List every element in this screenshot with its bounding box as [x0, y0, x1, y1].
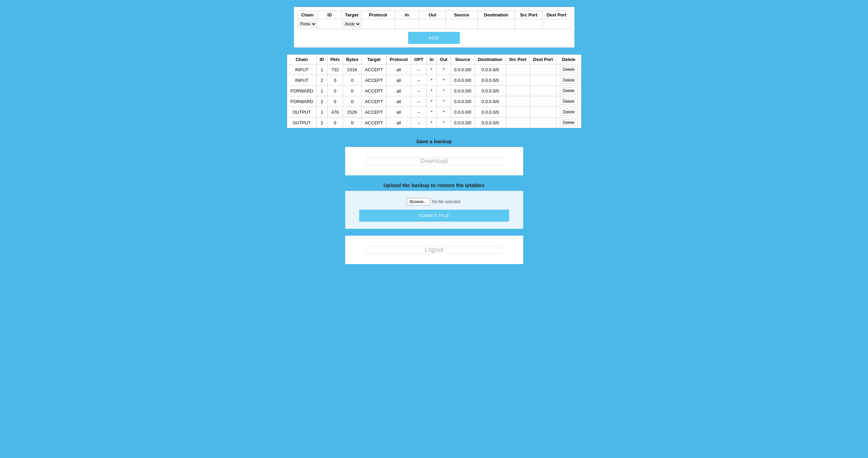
table-cell: * — [427, 96, 437, 107]
id-input-cell[interactable] — [317, 19, 342, 29]
th-pkts: Pkts — [327, 55, 343, 64]
table-row: FORWARD200ACCEPTall--**0.0.0.0/00.0.0.0/… — [287, 96, 581, 107]
table-cell: -- — [411, 117, 426, 128]
table-cell: 1 — [316, 64, 327, 75]
delete-cell[interactable]: Delete — [556, 64, 581, 75]
col-src-port: Src Port — [515, 11, 542, 19]
table-cell: -- — [411, 96, 426, 107]
table-cell — [506, 107, 530, 117]
th-opt: OPT — [411, 55, 426, 64]
dest-port-input[interactable] — [543, 21, 570, 27]
chain-select[interactable]: Forward Input Output — [299, 21, 317, 27]
delete-cell[interactable]: Delete — [556, 86, 581, 96]
download-button-container: Download — [345, 147, 523, 175]
table-cell: INPUT — [287, 75, 316, 86]
table-cell: 0.0.0.0/0 — [475, 117, 506, 128]
table-cell: all — [386, 117, 411, 128]
table-cell: * — [437, 86, 451, 96]
table-cell: 476 — [327, 107, 343, 117]
delete-cell[interactable]: Delete — [556, 107, 581, 117]
table-cell: FORWARD — [287, 86, 316, 96]
table-cell: 0 — [327, 75, 343, 86]
src-port-input-cell[interactable] — [515, 19, 542, 29]
source-input[interactable] — [446, 21, 476, 27]
file-input-row: Browse... No file selected. — [359, 198, 509, 206]
destination-input[interactable] — [478, 21, 514, 27]
target-select[interactable]: Accept Drop Reject — [343, 21, 361, 27]
table-cell: all — [386, 86, 411, 96]
target-select-cell[interactable]: Accept Drop Reject — [342, 19, 362, 29]
table-cell: 0 — [343, 86, 362, 96]
src-port-input[interactable] — [516, 21, 541, 27]
out-input-cell[interactable] — [419, 19, 446, 29]
in-input[interactable] — [396, 21, 418, 27]
table-cell — [506, 117, 530, 128]
table-cell: ACCEPT — [362, 86, 386, 96]
col-out: Out — [419, 11, 446, 19]
table-cell: all — [386, 107, 411, 117]
destination-input-cell[interactable] — [477, 19, 515, 29]
table-row: OUTPUT200ACCEPTall--**0.0.0.0/00.0.0.0/0… — [287, 117, 581, 128]
col-protocol: Protocol — [361, 11, 395, 19]
col-target: Target — [342, 11, 362, 19]
th-protocol: Protocol — [386, 55, 411, 64]
th-in: In — [427, 55, 437, 64]
out-input[interactable] — [420, 21, 445, 27]
col-in: In — [395, 11, 419, 19]
in-input-cell[interactable] — [395, 19, 419, 29]
submit-file-button[interactable]: SUBMIT FILE — [359, 210, 509, 222]
protocol-input-cell[interactable] — [361, 19, 395, 29]
table-cell: 0.0.0.0/0 — [451, 117, 475, 128]
logout-button[interactable]: Logout — [366, 246, 503, 254]
th-source: Source — [451, 55, 475, 64]
delete-button[interactable]: Delete — [560, 87, 578, 94]
protocol-input[interactable] — [362, 21, 394, 27]
chain-select-cell[interactable]: Forward Input Output — [298, 19, 317, 29]
table-cell: 0 — [327, 86, 343, 96]
source-input-cell[interactable] — [446, 19, 477, 29]
dest-port-input-cell[interactable] — [542, 19, 570, 29]
table-cell: -- — [411, 86, 426, 96]
delete-button[interactable]: Delete — [560, 77, 578, 84]
col-dest-port: Dest Port — [542, 11, 570, 19]
add-rule-button[interactable]: ADD — [408, 32, 460, 44]
table-cell: 231K — [343, 64, 362, 75]
table-cell: 0 — [327, 96, 343, 107]
table-cell: 0.0.0.0/0 — [451, 96, 475, 107]
table-cell: 2 — [316, 75, 327, 86]
table-cell: ACCEPT — [362, 96, 386, 107]
table-cell — [506, 96, 530, 107]
delete-cell[interactable]: Delete — [556, 75, 581, 86]
table-cell: 0.0.0.0/0 — [451, 64, 475, 75]
delete-cell[interactable]: Delete — [556, 117, 581, 128]
table-cell: ACCEPT — [362, 107, 386, 117]
table-cell — [530, 75, 556, 86]
th-chain: Chain — [287, 55, 316, 64]
table-cell: 2 — [316, 96, 327, 107]
download-button[interactable]: Download — [366, 157, 503, 165]
id-input[interactable] — [318, 21, 341, 27]
table-cell — [530, 117, 556, 128]
table-row: FORWARD100ACCEPTall--**0.0.0.0/00.0.0.0/… — [287, 86, 581, 96]
col-source: Source — [446, 11, 477, 19]
browse-button[interactable]: Browse... — [407, 198, 430, 206]
table-cell: * — [437, 107, 451, 117]
logout-button-container: Logout — [345, 236, 523, 264]
table-cell: ACCEPT — [362, 64, 386, 75]
no-file-text: No file selected. — [432, 199, 461, 204]
table-cell — [506, 64, 530, 75]
delete-button[interactable]: Delete — [560, 98, 578, 105]
delete-button[interactable]: Delete — [560, 66, 578, 73]
th-out: Out — [437, 55, 451, 64]
upload-section-title: Upload the backup to restore the iptable… — [383, 182, 485, 188]
table-cell: 1 — [316, 86, 327, 96]
table-cell — [530, 96, 556, 107]
table-cell: 0.0.0.0/0 — [475, 96, 506, 107]
delete-button[interactable]: Delete — [560, 119, 578, 126]
delete-cell[interactable]: Delete — [556, 96, 581, 107]
table-cell: 0 — [343, 96, 362, 107]
delete-button[interactable]: Delete — [560, 109, 578, 115]
save-backup-title: Save a backup — [416, 138, 452, 144]
table-cell: 2 — [316, 117, 327, 128]
table-cell: all — [386, 64, 411, 75]
